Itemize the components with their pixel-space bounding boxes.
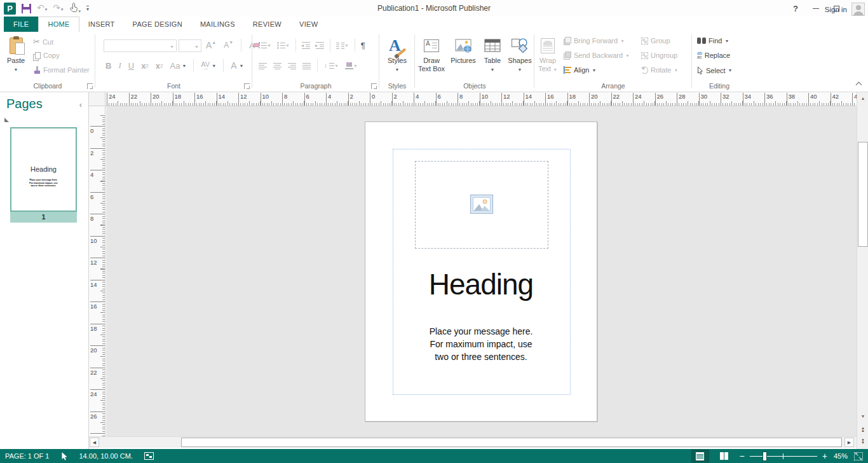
page-thumbnail[interactable]: Heading Place your message here. For max… [10, 127, 77, 223]
zoom-level[interactable]: 45% [834, 452, 848, 460]
picture-placeholder[interactable] [415, 161, 548, 249]
redo-icon[interactable]: ↷▾ [53, 3, 63, 14]
single-page-view-button[interactable] [691, 450, 709, 462]
group-objects: DrawText Box Pictures [415, 32, 534, 92]
rotate-button[interactable]: Rotate▼ [641, 66, 678, 74]
collapse-pages-panel-icon[interactable]: ‹ [79, 100, 82, 109]
avatar[interactable] [851, 3, 865, 16]
scroll-left-arrow[interactable]: ◀ [90, 438, 99, 447]
font-color-button[interactable]: A▼ [229, 59, 245, 73]
undo-icon[interactable]: ↶▾ [37, 3, 47, 14]
tab-page-design[interactable]: PAGE DESIGN [124, 17, 191, 32]
object-size-indicator[interactable] [144, 452, 154, 460]
two-page-spread-button[interactable] [715, 450, 733, 462]
page-heading-text[interactable]: Heading [365, 267, 597, 301]
align-center-button[interactable] [272, 59, 283, 73]
font-dialog-launcher[interactable] [244, 83, 250, 89]
superscript-button[interactable]: x2 [154, 59, 165, 73]
copy-button[interactable]: Copy [33, 52, 60, 59]
character-spacing-button[interactable]: AV↔ ▼ [200, 59, 217, 73]
increase-indent-button[interactable] [315, 38, 325, 52]
draw-text-box-button[interactable]: DrawText Box [416, 34, 447, 81]
columns-icon [336, 42, 344, 49]
bring-forward-button[interactable]: Bring Forward▼ [564, 37, 625, 45]
font-size-combo[interactable]: ▼ [179, 39, 201, 52]
change-case-button[interactable]: Aa▼ [169, 59, 188, 73]
italic-button[interactable]: I [117, 59, 122, 73]
scroll-up-arrow[interactable]: ▲ [858, 93, 868, 104]
send-backward-button[interactable]: Send Backward▼ [564, 52, 630, 59]
select-button[interactable]: Select▼ [697, 66, 733, 74]
zoom-in-button[interactable]: + [822, 452, 827, 460]
publication-page[interactable]: Heading Place your message here. For max… [365, 121, 597, 422]
wrap-text-button[interactable]: WrapText ▼ [536, 34, 560, 81]
touch-mode-icon[interactable]: ▾ [69, 3, 81, 14]
shapes-button[interactable]: Shapes▼ [506, 34, 533, 81]
sign-in-link[interactable]: Sign in [825, 6, 847, 13]
table-button[interactable]: Table▼ [480, 34, 505, 81]
decrease-indent-button[interactable] [301, 38, 311, 52]
find-button[interactable]: Find▼ [697, 37, 729, 45]
previous-page-button[interactable]: ▲▲ [858, 424, 868, 434]
pages-expander-icon[interactable] [4, 118, 9, 122]
zoom-out-button[interactable]: − [740, 452, 745, 460]
tab-insert[interactable]: INSERT [79, 17, 124, 32]
borders-button[interactable]: ▼ [344, 59, 359, 73]
page-body-text[interactable]: Place your message here. For maximum imp… [365, 325, 597, 363]
ungroup-button[interactable]: Ungroup [641, 52, 677, 59]
page-indicator[interactable]: PAGE: 1 OF 1 [5, 452, 50, 460]
fit-page-button[interactable] [854, 452, 863, 460]
font-name-combo[interactable]: ▼ [104, 39, 177, 52]
subscript-button[interactable]: x2 [140, 59, 150, 73]
save-icon[interactable] [22, 4, 31, 13]
horizontal-ruler[interactable]: 2422201816141210864202468101214161820222… [105, 92, 857, 106]
scroll-right-arrow[interactable]: ▶ [844, 438, 854, 447]
tab-view[interactable]: VIEW [290, 17, 327, 32]
bold-button[interactable]: B [104, 59, 112, 73]
tab-review[interactable]: REVIEW [244, 17, 290, 32]
scroll-down-arrow[interactable]: ▼ [858, 411, 868, 422]
cursor-coordinates[interactable]: 14.00, 10.00 CM. [79, 452, 133, 460]
numbering-button[interactable]: ▼ [276, 38, 291, 52]
publisher-app-icon[interactable]: P [4, 3, 16, 15]
replace-button[interactable]: abac Replace [697, 52, 730, 59]
underline-button[interactable]: U [127, 59, 135, 73]
horizontal-scrollbar-thumb[interactable] [181, 438, 842, 447]
justify-button[interactable] [301, 59, 312, 73]
group-button[interactable]: Group [641, 37, 670, 45]
special-characters-button[interactable]: ¶ [360, 38, 367, 52]
clipboard-dialog-launcher[interactable] [87, 83, 93, 89]
line-spacing-button[interactable]: ▼ [323, 59, 340, 73]
customize-qat-icon[interactable]: ▾ [86, 6, 89, 11]
h-ruler-number: 0 [370, 93, 375, 106]
align-left-button[interactable] [257, 59, 268, 73]
picture-placeholder-icon[interactable] [470, 195, 493, 215]
collapse-ribbon-icon[interactable] [857, 81, 862, 86]
styles-button[interactable]: A Styles▼ [383, 34, 411, 81]
zoom-slider-thumb[interactable] [763, 452, 767, 461]
next-page-button[interactable]: ▼▼ [858, 436, 868, 446]
bullets-button[interactable]: ▼ [257, 38, 273, 52]
pictures-button[interactable]: Pictures [448, 34, 478, 81]
align-button[interactable]: Align▼ [564, 66, 596, 74]
tab-file[interactable]: FILE [4, 17, 38, 32]
tab-mailings[interactable]: MAILINGS [191, 17, 244, 32]
shrink-font-button[interactable]: A▼ [222, 38, 234, 52]
paste-button[interactable]: Paste▼ [3, 34, 29, 81]
paragraph-group-label: Paragraph [252, 82, 379, 90]
format-painter-button[interactable]: Format Painter [33, 66, 90, 74]
align-right-button[interactable] [287, 59, 297, 73]
cut-button[interactable]: ✂Cut [33, 37, 53, 46]
vertical-ruler[interactable]: 0246810121416182022242628 [89, 106, 105, 436]
minimize-button[interactable] [806, 0, 826, 17]
vertical-scrollbar-thumb[interactable] [858, 142, 868, 247]
zoom-slider[interactable] [750, 451, 817, 461]
tab-home[interactable]: HOME [38, 17, 79, 32]
help-button[interactable]: ? [785, 0, 806, 17]
horizontal-scrollbar[interactable]: ◀ ▶ [89, 436, 857, 448]
columns-button[interactable]: ▼ [335, 38, 350, 52]
vertical-scrollbar[interactable]: ▲ ▼ ▲▲ ▼▼ [857, 92, 868, 449]
grow-font-button[interactable]: A▲ [205, 38, 217, 52]
workspace[interactable]: Heading Place your message here. For max… [106, 106, 857, 436]
paragraph-dialog-launcher[interactable] [371, 83, 377, 89]
